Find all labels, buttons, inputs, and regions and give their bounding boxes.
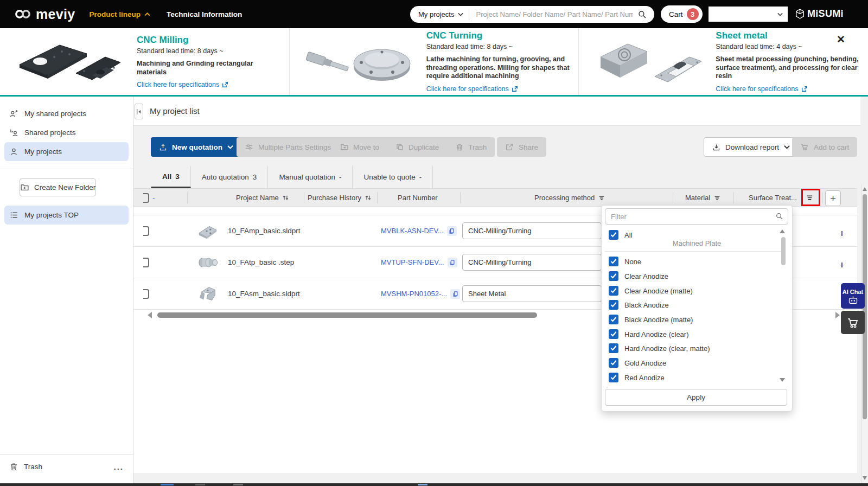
checkbox-checked-icon xyxy=(609,286,618,296)
filter-option[interactable]: Hard Anodize (clear, matte) xyxy=(609,342,710,354)
project-name[interactable]: 10_FAsm_basic.sldprt xyxy=(228,278,300,309)
column-header-processing-method[interactable]: Processing method xyxy=(534,189,605,207)
project-name[interactable]: 10_FAmp_basic.sldprt xyxy=(228,215,301,246)
banner-title: CNC Milling xyxy=(137,35,282,46)
duplicate-button[interactable]: Duplicate xyxy=(387,143,447,151)
checkbox-checked-icon xyxy=(609,271,618,281)
add-to-cart-button[interactable]: Add to cart xyxy=(792,137,857,157)
download-icon xyxy=(712,143,720,151)
sidebar-item-my-projects[interactable]: My projects xyxy=(4,142,129,161)
copy-document-icon[interactable] xyxy=(450,289,460,299)
part-thumbnail xyxy=(195,278,220,309)
cnc-turning-image xyxy=(302,34,417,89)
hscroll-right-arrow[interactable] xyxy=(835,312,840,318)
cnc-milling-image xyxy=(12,34,127,89)
sort-icon xyxy=(282,194,289,201)
popup-scroll-up-arrow[interactable] xyxy=(780,229,785,233)
row-checkbox[interactable] xyxy=(143,215,149,246)
popup-scroll-down-arrow[interactable] xyxy=(780,378,785,382)
row-checkbox[interactable] xyxy=(143,278,149,309)
search-scope-select[interactable]: My projects xyxy=(410,6,469,23)
column-header-project-name[interactable]: Project Name xyxy=(236,189,289,207)
robot-icon xyxy=(848,296,858,304)
chevron-up-icon xyxy=(144,12,150,16)
sidebar-item-shared-projects[interactable]: Shared projects xyxy=(4,123,129,142)
column-header-material[interactable]: Material xyxy=(685,189,721,207)
share-button[interactable]: Share xyxy=(497,137,546,157)
row-checkbox[interactable] xyxy=(143,247,149,278)
sidebar-item-my-projects-top[interactable]: My projects TOP xyxy=(4,206,129,225)
select-all-checkbox[interactable]: - xyxy=(143,189,155,207)
hscroll-left-arrow[interactable] xyxy=(148,312,152,318)
move-to-button[interactable]: Move to xyxy=(332,143,387,151)
horizontal-scrollbar-thumb[interactable] xyxy=(157,312,537,318)
part-number-link[interactable]: MVBLK-ASN-DEV... xyxy=(381,215,457,246)
filter-group-label: Machined Plate xyxy=(602,239,792,247)
add-column-button[interactable]: + xyxy=(825,190,841,206)
banner-card-text: CNC Milling Standard lead time: 8 days ~… xyxy=(137,35,282,88)
filter-search-input[interactable] xyxy=(605,208,788,225)
copy-document-icon[interactable] xyxy=(447,226,457,236)
sidebar-item-my-shared-projects[interactable]: My shared projects xyxy=(4,104,129,123)
filter-option[interactable]: Red Anodize xyxy=(609,372,665,383)
meviy-logo[interactable]: meviy xyxy=(14,7,75,22)
filter-option[interactable]: None xyxy=(609,255,641,267)
folder-move-icon xyxy=(340,143,349,151)
sidebar-item-trash[interactable]: Trash xyxy=(24,463,42,471)
copy-document-icon[interactable] xyxy=(448,258,457,267)
tab-manual-quotation[interactable]: Manual quotation- xyxy=(268,166,353,188)
search-icon[interactable] xyxy=(637,10,647,19)
trash-button[interactable]: Trash xyxy=(447,143,495,151)
collapse-sidebar-button[interactable] xyxy=(135,104,143,119)
part-number-link[interactable]: MVSHM-PN01052-... xyxy=(381,278,460,309)
surface-treatment-filter-button[interactable] xyxy=(806,189,814,207)
processing-method-select[interactable]: CNC-Milling/Turning xyxy=(462,254,602,271)
sliders-icon xyxy=(245,143,253,151)
filter-option[interactable]: Black Anodize xyxy=(609,299,669,311)
banner-title: CNC Turning xyxy=(426,30,571,41)
vscroll-down-arrow[interactable] xyxy=(863,476,867,480)
column-divider xyxy=(733,192,734,203)
download-report-button[interactable]: Download report xyxy=(704,137,799,157)
quotation-tabs: All3 Auto quotation3 Manual quotation- U… xyxy=(151,166,433,188)
filter-option[interactable]: Gold Anodize xyxy=(609,357,666,369)
more-options-button[interactable]: ... xyxy=(113,462,124,471)
language-select[interactable] xyxy=(709,7,788,22)
table-header: - Project Name Purchase History Part Num… xyxy=(133,188,857,207)
filter-lines-icon xyxy=(806,194,814,202)
floating-cart-button[interactable] xyxy=(841,311,865,334)
column-header-purchase-history[interactable]: Purchase History xyxy=(308,189,372,207)
filter-option[interactable]: Black Anodize (matte) xyxy=(609,314,693,325)
search-input[interactable] xyxy=(469,10,637,18)
ai-chat-button[interactable]: AI Chat xyxy=(841,283,865,309)
part-number-link[interactable]: MVTUP-SFN-DEV... xyxy=(381,247,457,278)
banner-spec-link[interactable]: Click here for specifications xyxy=(716,85,860,93)
column-header-surface-treatment[interactable]: Surface Treat... xyxy=(749,189,797,207)
checkbox-cut-icon xyxy=(143,193,149,203)
tab-all[interactable]: All3 xyxy=(151,166,191,188)
vscroll-up-arrow[interactable] xyxy=(863,187,867,191)
part-thumbnail xyxy=(195,247,220,278)
filter-option[interactable]: Clear Anodize xyxy=(609,270,668,282)
nav-technical-information[interactable]: Technical Information xyxy=(167,10,242,18)
checkbox-checked-icon xyxy=(609,358,618,368)
filter-option[interactable]: Clear Anodize (matte) xyxy=(609,285,693,297)
filter-option[interactable]: Hard Anodize (clear) xyxy=(609,328,689,340)
apply-filter-button[interactable]: Apply xyxy=(605,389,787,406)
cart-button[interactable]: Cart 3 xyxy=(661,5,703,23)
tab-unable-to-quote[interactable]: Unable to quote- xyxy=(353,166,433,188)
tab-auto-quotation[interactable]: Auto quotation3 xyxy=(191,166,269,188)
new-quotation-button[interactable]: New quotation xyxy=(151,137,241,157)
nav-product-lineup[interactable]: Product lineup xyxy=(89,10,150,18)
processing-method-select[interactable]: CNC-Milling/Turning xyxy=(462,222,602,239)
banner-spec-link[interactable]: Click here for specifications xyxy=(426,85,571,93)
create-new-folder-button[interactable]: Create New Folder xyxy=(20,178,96,196)
column-header-part-number[interactable]: Part Number xyxy=(398,189,438,207)
banner-close-button[interactable]: ✕ xyxy=(837,34,845,44)
popup-scrollbar-thumb[interactable] xyxy=(781,237,786,265)
banner-spec-link[interactable]: Click here for specifications xyxy=(137,81,282,88)
project-name[interactable]: 10_FAtp_basic .step xyxy=(228,247,294,278)
divider xyxy=(605,251,783,252)
processing-method-select[interactable]: Sheet Metal xyxy=(462,285,602,302)
multiple-parts-settings-button[interactable]: Multiple Parts Settings xyxy=(237,137,339,157)
